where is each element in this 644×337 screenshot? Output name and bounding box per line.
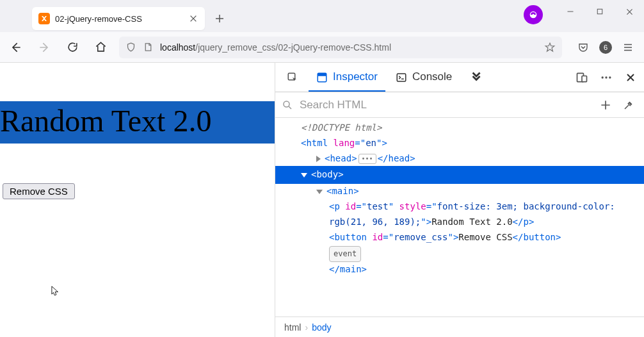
devtools-search-bar — [275, 92, 644, 118]
svg-rect-0 — [597, 9, 602, 14]
url-bar[interactable]: localhost/jquery_remove_css/02-jQuery-re… — [119, 37, 562, 58]
breadcrumb[interactable]: html › body — [275, 316, 644, 337]
tab-inspector-label: Inspector — [333, 70, 378, 83]
console-icon — [396, 71, 407, 83]
window-maximize-button[interactable] — [585, 0, 615, 23]
page-info-icon[interactable] — [143, 42, 154, 53]
browser-toolbar: localhost/jquery_remove_css/02-jQuery-re… — [0, 32, 644, 63]
svg-point-10 — [284, 101, 289, 107]
dom-head[interactable]: <head>•••</head> — [275, 151, 644, 167]
tab-close-button[interactable] — [188, 13, 198, 24]
tab-console-label: Console — [412, 70, 452, 83]
window-minimize-button[interactable] — [556, 0, 585, 23]
dom-main-close[interactable]: </main> — [275, 262, 644, 277]
pocket-button[interactable] — [574, 38, 593, 57]
element-picker-button[interactable] — [279, 63, 306, 92]
remove-css-button[interactable]: Remove CSS — [3, 183, 75, 199]
dom-doctype: <!DOCTYPE html> — [301, 122, 382, 133]
page-viewport: Random Text 2.0 Remove CSS — [0, 63, 275, 337]
expand-icon[interactable] — [316, 156, 321, 162]
chevron-right-icon: › — [305, 322, 308, 333]
svg-point-7 — [602, 76, 604, 78]
crumb-html[interactable]: html — [284, 322, 301, 333]
svg-rect-6 — [582, 76, 587, 81]
window-controls — [524, 0, 644, 23]
svg-rect-4 — [397, 74, 406, 81]
devtools-close-button[interactable] — [621, 68, 640, 87]
picker-icon — [287, 71, 298, 83]
responsive-mode-button[interactable] — [572, 68, 592, 87]
collapse-icon[interactable] — [316, 190, 323, 194]
new-node-button[interactable] — [597, 96, 615, 114]
browser-tab[interactable]: 02-jQuery-remove-CSS — [32, 7, 205, 30]
devtools-search-input[interactable] — [298, 98, 592, 112]
dom-body-selected[interactable]: <body> — [275, 166, 644, 184]
tracker-count-badge[interactable]: 6 — [599, 41, 612, 54]
devtools-panel: Inspector Console — [275, 63, 644, 337]
dom-p-element[interactable]: <p id="test" style="font-size: 3em; back… — [275, 199, 644, 230]
new-tab-button[interactable] — [210, 9, 229, 28]
devtools-menu-button[interactable] — [597, 68, 616, 87]
tab-inspector[interactable]: Inspector — [309, 63, 385, 92]
tab-console[interactable]: Console — [388, 63, 460, 92]
app-menu-button[interactable] — [618, 38, 638, 57]
forward-button[interactable] — [35, 38, 54, 57]
inspector-icon — [316, 71, 328, 83]
home-button[interactable] — [91, 38, 110, 57]
event-badge[interactable]: event — [329, 246, 361, 261]
url-path: /jquery_remove_css/02-jQuery-remove-CSS.… — [195, 42, 391, 53]
xampp-icon — [38, 13, 50, 24]
url-text: localhost/jquery_remove_css/02-jQuery-re… — [160, 42, 538, 53]
back-button[interactable] — [6, 38, 26, 57]
dom-tree[interactable]: <!DOCTYPE html> <html lang="en"> <head>•… — [275, 118, 644, 316]
extension-icon[interactable] — [524, 5, 543, 24]
tab-strip: 02-jQuery-remove-CSS — [0, 0, 644, 32]
dom-main-open[interactable]: <main> — [275, 184, 644, 199]
dom-button-element[interactable]: <button id="remove_css">Remove CSS</butt… — [275, 230, 644, 245]
mouse-cursor-icon — [51, 286, 60, 297]
collapse-icon[interactable] — [301, 173, 307, 177]
ellipsis-icon[interactable]: ••• — [358, 154, 376, 164]
content-split: Random Text 2.0 Remove CSS Inspector — [0, 63, 644, 337]
shield-icon[interactable] — [125, 42, 136, 53]
tab-title: 02-jQuery-remove-CSS — [55, 14, 183, 24]
svg-rect-3 — [318, 73, 326, 76]
svg-point-9 — [609, 76, 611, 78]
devtools-tabbar: Inspector Console — [275, 63, 644, 92]
crumb-body[interactable]: body — [312, 322, 331, 333]
tabs-overflow-button[interactable] — [462, 63, 492, 92]
test-paragraph: Random Text 2.0 — [0, 101, 275, 144]
url-host: localhost — [160, 42, 195, 53]
bookmark-star-icon[interactable] — [544, 42, 556, 53]
window-close-button[interactable] — [615, 0, 644, 23]
svg-point-8 — [605, 76, 607, 78]
search-icon — [282, 99, 293, 111]
reload-button[interactable] — [63, 38, 82, 57]
eyedropper-button[interactable] — [620, 96, 638, 114]
dom-html-open[interactable]: <html lang="en"> — [275, 136, 644, 151]
